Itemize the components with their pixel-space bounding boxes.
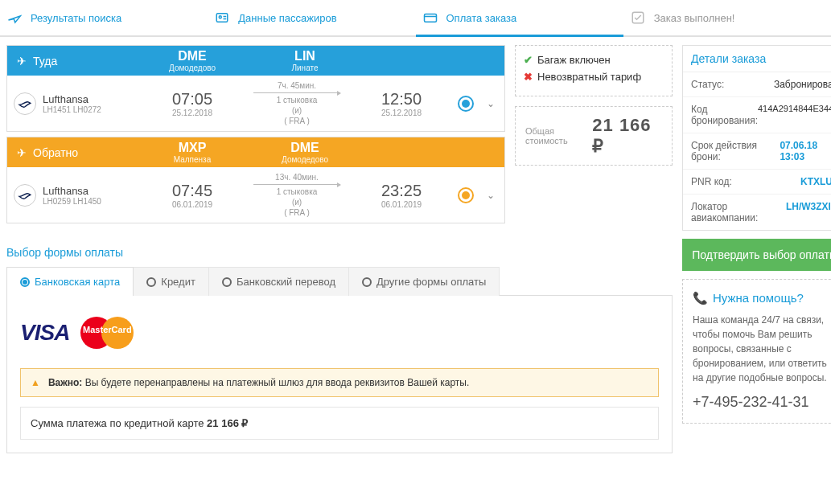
tab-card[interactable]: Банковская карта <box>6 267 134 296</box>
credit-card-icon <box>422 10 438 26</box>
redirect-warning: ▲ Важно: Вы будете перенаправлены на пла… <box>20 368 659 397</box>
tab-credit[interactable]: Кредит <box>133 267 209 296</box>
svg-rect-0 <box>217 14 228 23</box>
svg-point-1 <box>220 16 222 18</box>
airline-logo-icon <box>14 92 36 115</box>
arrival-time: 23:25 06.01.2019 <box>345 182 458 209</box>
check-icon <box>630 10 646 26</box>
cross-icon: ✖ <box>524 71 533 83</box>
from-airport: DME Домодедово <box>136 46 249 76</box>
departure-time: 07:45 06.01.2019 <box>136 182 249 209</box>
arrival-time: 12:50 25.12.2018 <box>345 90 458 117</box>
select-return-radio[interactable] <box>458 187 474 203</box>
plane-icon: ✈ <box>17 146 27 159</box>
expand-outbound[interactable]: ⌄ <box>487 98 495 109</box>
step-passengers[interactable]: Данные пассажиров <box>208 0 415 35</box>
outbound-flight: ✈ Туда DME Домодедово LIN Линате <box>6 45 505 132</box>
payment-panel: VISA MasterCard ▲ Важно: Вы будете перен… <box>6 295 673 453</box>
phone-icon: 📞 <box>693 289 708 308</box>
confirm-button[interactable]: Подтвердить выбор оплаты <box>682 239 831 271</box>
payment-title: Выбор формы оплаты <box>6 246 673 259</box>
airline: Lufthansa LH1451 LH0272 <box>7 92 136 115</box>
select-outbound-radio[interactable] <box>458 96 474 112</box>
departure-time: 07:05 25.12.2018 <box>136 90 249 117</box>
step-payment[interactable]: Оплата заказа <box>416 0 623 35</box>
tab-other[interactable]: Другие формы оплаты <box>348 267 500 296</box>
direction-label: ✈ Туда <box>7 46 136 76</box>
step-label: Результаты поиска <box>31 12 121 24</box>
from-airport: MXP Малпенза <box>136 137 249 167</box>
step-search[interactable]: Результаты поиска <box>0 0 208 35</box>
plane-icon: ✈ <box>17 55 27 68</box>
plane-icon <box>6 10 23 26</box>
route-info: 7ч. 45мин. 1 стыковка (и) ( FRA ) <box>249 80 345 126</box>
warning-icon: ▲ <box>31 377 40 388</box>
id-card-icon <box>214 10 230 26</box>
airline: Lufthansa LH0259 LH1450 <box>7 184 136 207</box>
payment-sum: Сумма платежа по кредитной карте 21 166 … <box>20 407 659 440</box>
return-flight: ✈ Обратно MXP Малпенза DME Домодедово <box>6 137 505 223</box>
to-airport: DME Домодедово <box>249 137 361 167</box>
step-label: Данные пассажиров <box>238 12 336 24</box>
help-phone[interactable]: +7-495-232-41-31 <box>693 391 831 413</box>
payment-tabs: Банковская карта Кредит Банковский перев… <box>6 267 673 296</box>
expand-return[interactable]: ⌄ <box>487 190 495 201</box>
tab-bank[interactable]: Банковский перевод <box>208 267 349 296</box>
step-label: Оплата заказа <box>446 12 517 24</box>
help-box: 📞Нужна помощь? Наша команда 24/7 на связ… <box>682 279 831 424</box>
to-airport: LIN Линате <box>249 46 361 76</box>
direction-label: ✈ Обратно <box>7 137 136 167</box>
route-info: 13ч. 40мин. 1 стыковка (и) ( FRA ) <box>249 172 345 218</box>
order-details: Детали заказа Статус:Забронирован Код бр… <box>682 45 831 231</box>
step-label: Заказ выполнен! <box>654 12 735 24</box>
fare-info: ✔Багаж включен ✖Невозвратный тариф <box>515 45 673 96</box>
total-box: Общая стоимость 21 166 ₽ <box>515 106 673 166</box>
svg-rect-2 <box>424 14 436 23</box>
check-icon: ✔ <box>524 54 533 66</box>
step-done: Заказ выполнен! <box>623 0 831 35</box>
mastercard-logo-icon: MasterCard <box>80 317 134 349</box>
airline-logo-icon <box>14 184 36 207</box>
visa-logo-icon: VISA <box>20 320 69 346</box>
